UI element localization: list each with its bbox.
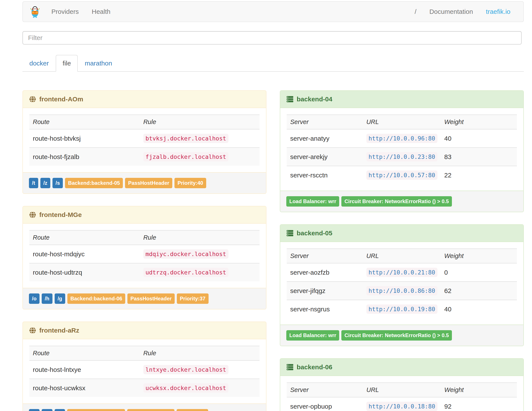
route-rule: udtrzq.docker.localhost bbox=[143, 268, 228, 277]
column-header-route: Route bbox=[29, 230, 140, 245]
route-name: route-host-udtrzq bbox=[29, 263, 140, 281]
priority-badge: Priority:40 bbox=[174, 178, 206, 188]
frontend-panel-body: Route Rule route-host-lntxye lntxye.dock… bbox=[23, 339, 266, 403]
entrypoint-badge: /y bbox=[55, 409, 65, 411]
frontend-panel: frontend-MGe Route Rule route-host-mdqiy… bbox=[22, 206, 266, 309]
backend-panel: backend-04 Server URL Weight server-a bbox=[280, 90, 524, 212]
frontend-panel: frontend-AOm Route Rule route-host-btvks… bbox=[22, 90, 266, 194]
server-name: server-arekjy bbox=[287, 147, 363, 166]
server-url[interactable]: http://10.0.0.19:80 bbox=[366, 304, 437, 314]
frontend-panel-heading: frontend-MGe bbox=[23, 206, 266, 224]
column-header-server: Server bbox=[287, 115, 363, 129]
tab-marathon[interactable]: marathon bbox=[78, 55, 119, 72]
nav-item-health[interactable]: Health bbox=[85, 2, 117, 22]
table-row: server-nsgrus http://10.0.0.19:80 40 bbox=[287, 300, 517, 318]
server-icon bbox=[286, 229, 294, 237]
backend-panel-body: Server URL Weight server-opbuop http://1… bbox=[280, 376, 523, 411]
servers-table: Server URL Weight server-opbuop http://1… bbox=[287, 382, 517, 411]
frontend-panel-body: Route Rule route-host-btvksj btvksj.dock… bbox=[23, 108, 266, 172]
load-balancer-badge: Load Balancer: wrr bbox=[286, 196, 339, 206]
frontend-panel-footer: /b /g /y Backend:backend-04 PassHostHead… bbox=[23, 403, 266, 411]
backend-panel-body: Server URL Weight server-aozfzb http://1… bbox=[280, 242, 523, 324]
frontends-column: frontend-AOm Route Rule route-host-btvks… bbox=[22, 90, 266, 411]
priority-badge: Priority:37 bbox=[177, 294, 209, 304]
route-name: route-host-ucwksx bbox=[29, 379, 140, 397]
servers-table: Server URL Weight server-aozfzb http://1… bbox=[287, 248, 517, 318]
nav-item-slash[interactable]: / bbox=[408, 2, 423, 22]
server-weight: 83 bbox=[441, 147, 517, 166]
routes-table: Route Rule route-host-mdqiyc mdqiyc.dock… bbox=[29, 230, 259, 281]
frontend-panel-heading: frontend-AOm bbox=[23, 91, 266, 108]
server-icon bbox=[286, 96, 294, 103]
table-row: route-host-lntxye lntxye.docker.localhos… bbox=[29, 361, 259, 379]
traefik-dashboard: Providers Health / Documentation traefik… bbox=[0, 0, 532, 411]
table-row: server-arekjy http://10.0.0.23:80 83 bbox=[287, 147, 517, 166]
priority-badge: Priority:29 bbox=[177, 409, 208, 411]
table-row: route-host-fjzalb fjzalb.docker.localhos… bbox=[29, 147, 259, 166]
server-url[interactable]: http://10.0.0.23:80 bbox=[366, 152, 437, 161]
column-header-route: Route bbox=[29, 346, 140, 361]
tab-file[interactable]: file bbox=[56, 55, 78, 72]
server-url[interactable]: http://10.0.0.57:80 bbox=[366, 170, 437, 180]
server-url[interactable]: http://10.0.0.18:80 bbox=[366, 402, 437, 411]
entrypoint-badge: /h bbox=[42, 294, 52, 304]
backend-ref-badge: Backend:backend-04 bbox=[67, 409, 125, 411]
backend-panel-footer: Load Balancer: wrr Circuit Breaker: Netw… bbox=[280, 324, 523, 346]
table-row: route-host-ucwksx ucwksx.docker.localhos… bbox=[29, 379, 259, 397]
filter-input[interactable] bbox=[22, 31, 522, 45]
routes-table: Route Rule route-host-btvksj btvksj.dock… bbox=[29, 115, 259, 166]
frontend-panel: frontend-aRz Route Rule route-host-lntxy… bbox=[22, 322, 266, 411]
backend-panel: backend-05 Server URL Weight server-a bbox=[280, 224, 524, 346]
table-row: route-host-mdqiyc mdqiyc.docker.localhos… bbox=[29, 245, 259, 263]
navbar-right: / Documentation traefik.io bbox=[408, 2, 523, 22]
traefik-logo[interactable] bbox=[23, 5, 45, 18]
server-weight: 40 bbox=[441, 129, 517, 147]
backend-panel-footer: Load Balancer: wrr Circuit Breaker: Netw… bbox=[280, 191, 523, 212]
backend-ref-badge: Backend:backend-05 bbox=[65, 178, 123, 188]
column-header-rule: Rule bbox=[140, 230, 259, 245]
column-header-rule: Rule bbox=[140, 346, 259, 361]
entrypoint-badge: /g bbox=[42, 409, 52, 411]
globe-icon bbox=[29, 327, 36, 334]
nav-item-providers[interactable]: Providers bbox=[45, 2, 85, 22]
route-rule: mdqiyc.docker.localhost bbox=[143, 249, 228, 259]
route-name: route-host-btvksj bbox=[29, 129, 140, 147]
route-name: route-host-mdqiyc bbox=[29, 245, 140, 263]
backend-name: backend-06 bbox=[297, 363, 332, 371]
table-row: server-rscctn http://10.0.0.57:80 22 bbox=[287, 166, 517, 184]
backend-panel-body: Server URL Weight server-anatyy http://1… bbox=[280, 108, 523, 191]
column-header-weight: Weight bbox=[441, 249, 517, 263]
server-url[interactable]: http://10.0.0.86:80 bbox=[366, 286, 437, 295]
passhostheader-badge: PassHostHeader bbox=[125, 178, 172, 188]
server-name: server-anatyy bbox=[287, 129, 363, 147]
nav-item-documentation[interactable]: Documentation bbox=[423, 2, 480, 22]
entrypoint-badge: /b bbox=[29, 409, 39, 411]
servers-table: Server URL Weight server-anatyy http://1… bbox=[287, 115, 517, 184]
server-weight: 22 bbox=[441, 166, 517, 184]
server-weight: 92 bbox=[441, 397, 517, 411]
nav-item-traefik-io[interactable]: traefik.io bbox=[480, 2, 517, 22]
navbar: Providers Health / Documentation traefik… bbox=[22, 1, 524, 22]
frontend-panel-footer: /t /z /s Backend:backend-05 PassHostHead… bbox=[23, 172, 266, 193]
table-row: server-anatyy http://10.0.0.96:80 40 bbox=[287, 129, 517, 147]
backend-panel-heading: backend-04 bbox=[280, 91, 523, 108]
tab-docker[interactable]: docker bbox=[22, 55, 56, 72]
entrypoint-badge: /t bbox=[29, 178, 38, 188]
column-header-weight: Weight bbox=[441, 383, 517, 397]
server-url[interactable]: http://10.0.0.96:80 bbox=[366, 134, 437, 143]
passhostheader-badge: PassHostHeader bbox=[127, 294, 175, 304]
frontend-panel-heading: frontend-aRz bbox=[23, 322, 266, 339]
server-weight: 40 bbox=[441, 300, 517, 318]
entrypoint-badge: /g bbox=[55, 294, 65, 304]
frontend-panel-body: Route Rule route-host-mdqiyc mdqiyc.dock… bbox=[23, 224, 266, 288]
content: frontend-AOm Route Rule route-host-btvks… bbox=[22, 90, 524, 411]
circuit-breaker-badge: Circuit Breaker: NetworkErrorRatio () > … bbox=[341, 330, 452, 341]
server-url[interactable]: http://10.0.0.21:80 bbox=[366, 268, 437, 277]
column-header-weight: Weight bbox=[441, 115, 517, 129]
provider-tabs: docker file marathon bbox=[22, 55, 524, 72]
routes-table: Route Rule route-host-lntxye lntxye.dock… bbox=[29, 346, 259, 397]
backend-name: backend-05 bbox=[297, 229, 332, 237]
globe-icon bbox=[29, 211, 36, 218]
server-name: server-opbuop bbox=[287, 397, 363, 411]
table-row: server-opbuop http://10.0.0.18:80 92 bbox=[287, 397, 517, 411]
